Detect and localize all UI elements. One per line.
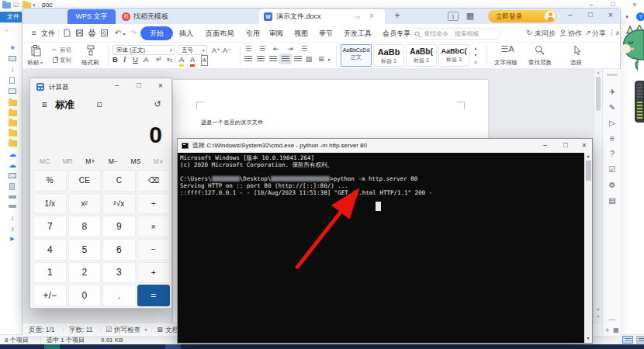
mem-store-button[interactable]: MS bbox=[124, 156, 147, 167]
tab-close-icon[interactable]: × bbox=[368, 12, 376, 20]
key-add[interactable]: + bbox=[137, 262, 171, 284]
font-color-button[interactable]: A bbox=[190, 55, 195, 67]
paragraph-tools-icon[interactable]: ☰ bbox=[300, 46, 308, 53]
align-left-icon[interactable] bbox=[244, 56, 252, 62]
explorer-close-button[interactable]: × bbox=[630, 2, 639, 9]
nav-desktop-icon[interactable] bbox=[9, 56, 16, 61]
tab-review[interactable]: 审阅 bbox=[269, 29, 283, 39]
nav-videos-icon[interactable]: ▶ bbox=[8, 234, 17, 244]
nav-disk-icon[interactable] bbox=[9, 205, 16, 208]
key-2[interactable]: 2 bbox=[68, 262, 102, 284]
tab-wps-home[interactable]: WPS 文字 bbox=[68, 9, 116, 24]
shading-icon[interactable]: ▨ bbox=[305, 56, 313, 63]
tab-page-layout[interactable]: 页面布局 bbox=[206, 29, 234, 39]
key-percent[interactable]: % bbox=[33, 170, 67, 192]
panel-handle[interactable] bbox=[607, 74, 618, 76]
nav-downloads-icon[interactable]: ↓ bbox=[8, 213, 17, 223]
document-scrollbar[interactable]: ▴ ▴ ▾ bbox=[594, 69, 602, 323]
back-icon[interactable]: ← bbox=[3, 26, 12, 33]
mem-add-button[interactable]: M+ bbox=[79, 156, 102, 167]
tab-docer-templates[interactable]: 稻 找稻壳模板 bbox=[122, 9, 196, 24]
status-spellcheck[interactable]: 拼写检查 bbox=[114, 323, 140, 337]
redo-icon[interactable]: ↷ bbox=[130, 29, 137, 37]
prev-page-icon[interactable]: ▴ bbox=[596, 306, 601, 311]
format-painter-label[interactable]: 格式刷 bbox=[81, 59, 99, 67]
view-thumbnail-toggle[interactable] bbox=[636, 336, 644, 344]
tab-home[interactable]: 开始 bbox=[140, 26, 173, 40]
styles-up-icon[interactable]: ▴ bbox=[473, 46, 479, 50]
next-page-icon[interactable]: ▾ bbox=[596, 314, 601, 319]
key-decimal[interactable]: . bbox=[102, 285, 136, 306]
new-tab-button[interactable]: + bbox=[392, 11, 403, 20]
key-square[interactable]: x² bbox=[68, 193, 102, 215]
tab-developer[interactable]: 开发工具 bbox=[344, 29, 372, 39]
bullet-list-icon[interactable]: ☰ bbox=[244, 46, 252, 53]
align-justify-icon[interactable] bbox=[282, 56, 289, 62]
proofing-icon[interactable]: ⊠ bbox=[156, 327, 164, 333]
highlight-color-button[interactable]: A bbox=[179, 55, 184, 67]
key-sqrt[interactable]: ²√x bbox=[102, 193, 136, 215]
style-body[interactable]: AaBbCcDd 正文 bbox=[341, 44, 372, 67]
nav-onedrive-icon[interactable]: ☁ bbox=[8, 161, 17, 170]
taskbar-edge[interactable] bbox=[0, 344, 644, 349]
subscript-button[interactable]: x₂ bbox=[167, 55, 172, 64]
text-typeset-label[interactable]: 文字排版 bbox=[494, 59, 518, 67]
key-equals[interactable]: = bbox=[137, 285, 171, 306]
tab-view[interactable]: 视图 bbox=[294, 29, 308, 39]
align-distribute-icon[interactable] bbox=[294, 56, 302, 62]
font-name-select[interactable]: 宋体 (正文) ▾ bbox=[113, 45, 175, 55]
tab-member[interactable]: 会员专享 bbox=[383, 29, 410, 39]
login-button[interactable]: 立即登录 bbox=[488, 10, 556, 22]
key-subtract[interactable]: − bbox=[137, 239, 171, 261]
explorer-maximize-button[interactable]: □ bbox=[608, 2, 618, 8]
history-icon[interactable]: ↺ bbox=[153, 100, 162, 109]
spellcheck-caret-icon[interactable]: ▾ bbox=[144, 327, 148, 332]
calc-menu-icon[interactable]: ≡ bbox=[40, 100, 49, 109]
calc-minimize-button[interactable]: − bbox=[113, 82, 122, 90]
nav-pictures-icon[interactable] bbox=[9, 88, 16, 94]
select-tool-icon[interactable] bbox=[573, 45, 582, 55]
indent-icon[interactable]: ⇥ bbox=[286, 46, 294, 53]
sync-status[interactable]: 未同步 bbox=[535, 29, 556, 39]
numbered-list-icon[interactable]: ☰ bbox=[258, 46, 266, 53]
select-tool-label[interactable]: 选择 bbox=[570, 59, 582, 67]
share-icon[interactable]: ↗ bbox=[585, 29, 591, 36]
grid-view-icon[interactable]: ▦ bbox=[465, 12, 476, 21]
styles-more-icon[interactable]: ≡ bbox=[473, 60, 479, 65]
format-painter-icon[interactable] bbox=[86, 45, 95, 56]
superscript-button[interactable]: x² bbox=[156, 55, 161, 64]
grow-font-button[interactable]: A⁺ bbox=[212, 47, 220, 54]
print-icon[interactable] bbox=[88, 29, 96, 37]
panel-help-icon[interactable]: ? bbox=[603, 150, 621, 158]
cmd-scroll-up-icon[interactable]: ▴ bbox=[586, 154, 590, 158]
cmd-scrollbar[interactable]: ▴ ▾ bbox=[584, 153, 592, 343]
cmd-titlebar[interactable]: 选择 C:\Windows\System32\cmd.exe - python … bbox=[178, 139, 592, 153]
wps-close-button[interactable]: × bbox=[606, 12, 615, 19]
wps-maximize-button[interactable]: □ bbox=[586, 12, 595, 19]
nav-downloads-icon[interactable]: ↓ bbox=[8, 64, 17, 74]
view-list-toggle[interactable] bbox=[622, 336, 633, 344]
main-menu-icon[interactable]: ≡ bbox=[30, 29, 38, 37]
cmd-close-button[interactable]: × bbox=[580, 142, 589, 150]
paste-icon[interactable] bbox=[31, 45, 41, 57]
styles-down-icon[interactable]: ▾ bbox=[473, 53, 479, 57]
key-8[interactable]: 8 bbox=[68, 216, 102, 237]
more-menu-icon[interactable]: ⋮ bbox=[608, 29, 613, 36]
outdent-icon[interactable]: ⇤ bbox=[272, 46, 280, 53]
cmd-scrollbar-thumb[interactable] bbox=[586, 161, 591, 181]
paste-label[interactable]: 粘贴 bbox=[27, 59, 39, 67]
status-words[interactable]: 字数: 11 bbox=[69, 323, 93, 337]
mascot-dinosaur[interactable] bbox=[616, 25, 644, 73]
nav-disk-icon[interactable] bbox=[9, 195, 16, 199]
nav-folder-icon[interactable] bbox=[9, 100, 17, 106]
mem-subtract-button[interactable]: M− bbox=[102, 156, 124, 167]
key-negate[interactable]: +/− bbox=[33, 285, 67, 306]
cmd-minimize-button[interactable]: − bbox=[541, 142, 550, 150]
underline-button[interactable]: U bbox=[133, 55, 138, 64]
ribbon-expand-caret-icon[interactable]: ▾ bbox=[623, 14, 631, 19]
key-6[interactable]: 6 bbox=[102, 239, 136, 261]
char-border-button[interactable]: A bbox=[201, 55, 208, 66]
font-size-select[interactable]: 五号 ▾ bbox=[178, 45, 207, 55]
tab-insert[interactable]: 插入 bbox=[179, 29, 193, 39]
fit-screen-icon[interactable]: ▦ bbox=[611, 327, 621, 333]
